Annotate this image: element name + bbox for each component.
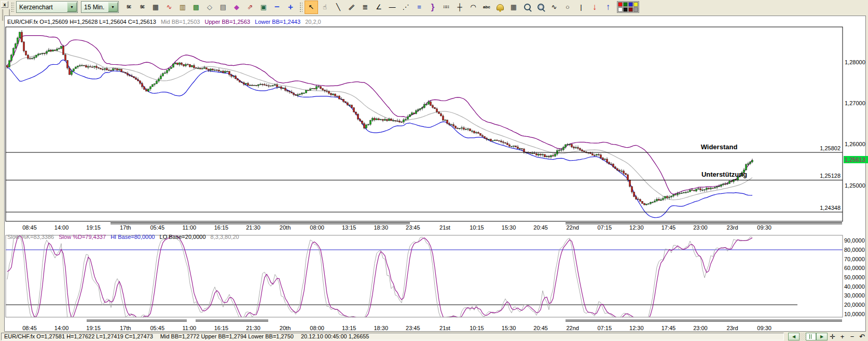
stoch-axis-label: 20,0000: [844, 302, 865, 308]
zoom-out-button[interactable]: −: [847, 333, 857, 340]
close-toolbar-button[interactable]: x: [1, 1, 8, 8]
publish-chart-button[interactable]: ⇗: [243, 1, 257, 14]
chart-type-dropdown[interactable]: Kerzenchart ▼: [16, 1, 78, 13]
status-bands: Mid BB=1,2772 Upper BB=1,2794 Lower BB=1…: [160, 333, 294, 339]
calculator-button[interactable]: ▦: [507, 1, 520, 14]
arrow-up-marker-button[interactable]: ↑: [601, 1, 615, 14]
palette-color-4[interactable]: [618, 7, 623, 12]
arc-tool-button[interactable]: ◠: [466, 1, 480, 14]
crosshair-tool-button[interactable]: ┼: [453, 1, 466, 14]
zoom-area-tool-icon: [538, 4, 544, 10]
ellipse-tool-button[interactable]: ○: [561, 1, 574, 14]
time-axis-label: 09:30: [757, 325, 771, 331]
time-axis-label: 23rd: [727, 325, 738, 331]
arrow-up-marker-icon: ↑: [606, 3, 611, 11]
palette-color-0[interactable]: [618, 2, 623, 7]
palette-color-2[interactable]: [628, 2, 633, 7]
slow-d-label: Slow %D=79,4337: [59, 234, 106, 240]
toolbar-grip[interactable]: [11, 2, 14, 12]
color-settings-button[interactable]: ◆: [230, 1, 243, 14]
zoom-in-icon: +: [288, 3, 293, 11]
time-axis-label: 13:15: [342, 325, 356, 331]
parallel-lines-tool-icon: ∥: [348, 4, 355, 11]
new-workspace-icon: ◇: [207, 4, 212, 10]
dotted-grid-tool-button[interactable]: ∷∷: [439, 1, 453, 14]
text-tool-button[interactable]: abc: [480, 1, 493, 14]
symbol-search-icon: $€: [127, 5, 131, 9]
stoch-params-label: 8,3,3,80,20: [211, 234, 239, 240]
undo-button[interactable]: ↶: [857, 333, 867, 340]
fan-lines-tool-button[interactable]: ∠: [372, 1, 385, 14]
time-axis-label: 15:30: [502, 224, 516, 231]
barcode-icon: [809, 334, 812, 339]
time-axis-label: 11:00: [182, 325, 196, 331]
bracket-tool-button[interactable]: }: [426, 1, 439, 14]
bb-params-label: 20,2,0: [305, 19, 321, 25]
palette-color-6[interactable]: [628, 7, 633, 12]
fibonacci-tool-button[interactable]: ≡: [412, 1, 426, 14]
print-icon: ▤: [220, 4, 226, 10]
palette-color-3[interactable]: [633, 2, 638, 7]
scroll-controls: ◀ ▶ ✛+−↶: [788, 333, 867, 340]
chevron-down-icon[interactable]: ▼: [67, 2, 77, 12]
curve-tool-button[interactable]: ∿: [547, 1, 561, 14]
zoom-area-tool-button[interactable]: [534, 1, 547, 14]
chart-gallery-icon: ▥: [180, 4, 186, 10]
zoom-in-button[interactable]: +: [837, 333, 847, 340]
time-axis-label: 14:00: [54, 224, 69, 231]
new-workspace-button[interactable]: ◇: [203, 1, 216, 14]
horizontal-line-tool-icon: —: [389, 4, 396, 10]
scroll-track[interactable]: [800, 333, 806, 340]
color-palette-grid[interactable]: [617, 1, 639, 13]
print-button[interactable]: ▤: [216, 1, 230, 14]
alert-bell-button[interactable]: [493, 1, 507, 14]
palette-color-7[interactable]: [633, 7, 638, 12]
time-axis-label: 23:00: [693, 224, 708, 231]
pan-button[interactable]: ✛: [828, 333, 837, 340]
zoom-in-button[interactable]: +: [284, 1, 297, 14]
monitor-layout-button[interactable]: ▣: [257, 1, 270, 14]
time-axis-label: 07:15: [597, 224, 612, 231]
symbol-search-button[interactable]: $€: [122, 1, 135, 14]
zoom-tool-button[interactable]: [520, 1, 534, 14]
toolbar-grip[interactable]: [299, 2, 302, 12]
chart-type-grid-button[interactable]: ▦: [149, 1, 162, 14]
trendline-tool-button[interactable]: ╲: [332, 1, 345, 14]
time-axis-label: 10:15: [470, 325, 484, 331]
arrow-down-marker-icon: ↓: [593, 3, 597, 11]
arrow-down-marker-button[interactable]: ↓: [588, 1, 601, 14]
time-axis-label: 20th: [280, 325, 291, 331]
scroll-right-button[interactable]: ▶: [816, 333, 828, 340]
chart-screen-button[interactable]: ▩: [189, 1, 203, 14]
time-axis-label: 15:30: [502, 325, 516, 331]
palette-color-5[interactable]: [623, 7, 628, 12]
stoch-axis-label: 50,0000: [844, 274, 865, 280]
parallel-lines-tool-button[interactable]: ∥: [345, 1, 359, 14]
insert-indicator-button[interactable]: ∿: [162, 1, 176, 14]
chart-type-grid-icon: ▦: [153, 4, 159, 10]
publish-chart-icon: ⇗: [247, 4, 253, 10]
slow-k-label: Slow %K=83,3386: [7, 234, 54, 240]
hand-tool-button[interactable]: ☝: [318, 1, 332, 14]
symbol-exchange-button[interactable]: $€: [135, 1, 149, 14]
chart-gallery-button[interactable]: ▥: [176, 1, 189, 14]
palette-color-1[interactable]: [623, 2, 628, 7]
scroll-left-button[interactable]: ◀: [788, 333, 800, 340]
time-axis-label: 14:00: [54, 325, 69, 331]
interval-dropdown[interactable]: 15 Min. ▼: [81, 1, 119, 13]
scroll-thumb[interactable]: [806, 333, 816, 340]
chevron-down-icon[interactable]: ▼: [108, 2, 118, 12]
time-axis-label: 23rd: [727, 224, 738, 231]
status-ohlc: EUR/CHF.fx O=1,27581 H=1,27622 L=1,27419…: [4, 333, 153, 339]
stoch-axis-label: 70,0000: [844, 256, 865, 262]
price-line-label: 1,25128: [803, 173, 841, 179]
horizontal-line-tool-button[interactable]: —: [385, 1, 399, 14]
time-axis-label: 10:15: [470, 224, 484, 231]
vertical-line-tool-button[interactable]: |: [574, 1, 588, 14]
ray-fan-tool-button[interactable]: ⋰: [399, 1, 412, 14]
time-axis-label: 18:30: [374, 224, 389, 231]
row-lines-tool-button[interactable]: ≣: [359, 1, 372, 14]
pointer-tool-button[interactable]: ↖: [305, 1, 318, 14]
zoom-out-button[interactable]: −: [270, 1, 284, 14]
toolbar-group-drawing: ↖☝╲∥≣∠—⋰≡}∷∷┼◠abc▦∿○|↓↑: [305, 1, 615, 14]
